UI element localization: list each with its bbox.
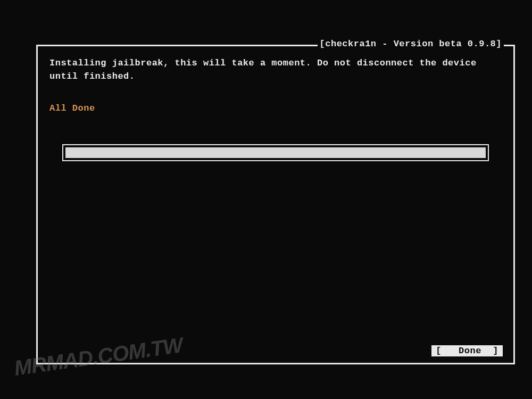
- progress-bar-fill: [65, 147, 486, 158]
- install-message: Installing jailbreak, this will take a m…: [49, 57, 502, 83]
- terminal-dialog-box: [checkra1n - Version beta 0.9.8] Install…: [36, 45, 515, 364]
- progress-bar-container: [62, 144, 489, 161]
- done-button[interactable]: [ Done ]: [431, 345, 503, 356]
- status-text: All Done: [49, 103, 502, 113]
- dialog-content: Installing jailbreak, this will take a m…: [38, 46, 513, 363]
